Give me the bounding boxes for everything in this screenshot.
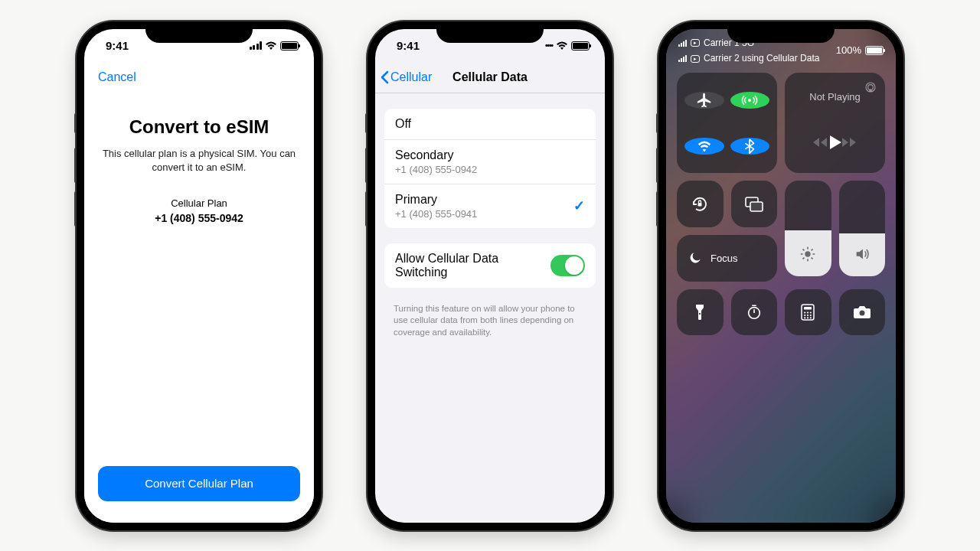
svg-point-21: [804, 311, 805, 313]
svg-point-28: [807, 317, 808, 318]
wifi-button[interactable]: [684, 138, 724, 155]
convert-plan-button[interactable]: Convert Cellular Plan: [98, 466, 300, 501]
plan-option-primary[interactable]: Primary +1 (408) 555-0941 ✓: [384, 184, 596, 228]
svg-line-14: [812, 249, 813, 251]
phone-mockup-3: ▸ Carrier 1 5G ▸ Carrier 2 using Cellula…: [658, 21, 903, 530]
svg-line-13: [803, 258, 805, 259]
data-plan-list: Off Secondary +1 (408) 555-0942 Primary …: [384, 109, 596, 228]
svg-point-30: [859, 310, 864, 315]
bluetooth-button[interactable]: [730, 138, 770, 155]
nav-bar: Cellular Cellular Data: [375, 63, 605, 93]
sim-1-icon: ▸: [691, 39, 700, 47]
svg-point-0: [748, 99, 751, 102]
signal-icon: [250, 41, 263, 50]
svg-point-27: [804, 317, 805, 318]
svg-point-24: [804, 315, 805, 316]
page-subtitle: This cellular plan is a physical SIM. Yo…: [98, 147, 300, 174]
plan-option-off[interactable]: Off: [384, 109, 596, 140]
sim-2-icon: ▸: [691, 55, 700, 63]
moon-icon: [688, 250, 703, 266]
volume-icon: [854, 246, 871, 266]
svg-point-23: [810, 311, 812, 313]
cancel-button[interactable]: Cancel: [98, 63, 300, 84]
brightness-slider[interactable]: [785, 181, 831, 276]
status-time: 9:41: [106, 39, 129, 52]
play-button[interactable]: [828, 135, 842, 153]
svg-rect-20: [804, 307, 812, 310]
phone-mockup-1: 9:41 Cancel Convert to eSIM This cellula…: [77, 21, 322, 530]
svg-point-29: [810, 317, 812, 318]
orientation-lock-button[interactable]: [677, 181, 724, 227]
footer-text: Turning this feature on will allow your …: [375, 303, 605, 339]
svg-line-11: [803, 249, 805, 251]
status-time: 9:41: [397, 39, 420, 52]
switch-label: Allow Cellular Data Switching: [395, 252, 550, 279]
svg-rect-3: [698, 203, 702, 207]
svg-point-15: [699, 313, 701, 315]
cellular-data-button[interactable]: [730, 92, 770, 109]
plan-option-secondary[interactable]: Secondary +1 (408) 555-0942: [384, 140, 596, 184]
svg-rect-5: [750, 202, 763, 211]
focus-button[interactable]: Focus: [677, 235, 777, 282]
battery-icon: [571, 41, 590, 51]
back-button[interactable]: Cellular: [380, 70, 432, 84]
page-title: Convert to eSIM: [98, 116, 300, 138]
prev-track-button[interactable]: [813, 136, 828, 152]
svg-point-26: [810, 315, 812, 316]
signal-icon: [678, 55, 687, 62]
control-center-grid: Not Playing: [666, 70, 896, 338]
signal-icon: [678, 40, 687, 47]
battery-icon: [865, 46, 884, 55]
volume-slider[interactable]: [839, 181, 886, 276]
nav-title: Cellular Data: [452, 70, 528, 84]
calculator-button[interactable]: [785, 289, 831, 336]
svg-point-6: [805, 251, 811, 256]
svg-line-12: [812, 258, 813, 259]
data-switching-row: Allow Cellular Data Switching: [384, 243, 596, 288]
connectivity-module[interactable]: [677, 73, 777, 173]
airplane-mode-button[interactable]: [684, 92, 724, 109]
svg-point-16: [748, 308, 760, 319]
phone-mockup-2: 9:41 •••• Cellular Cellular Data Off: [368, 21, 612, 530]
battery-status: 100%: [836, 37, 884, 66]
svg-point-25: [807, 315, 808, 316]
svg-point-22: [807, 311, 808, 313]
next-track-button[interactable]: [842, 136, 858, 152]
switching-group: Allow Cellular Data Switching: [384, 243, 596, 288]
wifi-icon: [556, 41, 568, 51]
media-title: Not Playing: [809, 91, 860, 103]
battery-icon: [280, 41, 299, 51]
plan-phone-number: +1 (408) 555-0942: [98, 212, 300, 224]
chevron-left-icon: [380, 70, 389, 84]
plan-label: Cellular Plan: [98, 197, 300, 209]
dual-signal-icon: ••••: [545, 41, 553, 50]
brightness-icon: [799, 246, 816, 266]
screen-mirroring-button[interactable]: [731, 181, 778, 227]
flashlight-button[interactable]: [677, 289, 724, 336]
timer-button[interactable]: [731, 289, 778, 336]
wifi-icon: [265, 41, 277, 51]
data-switching-toggle[interactable]: [550, 255, 585, 276]
carrier-2-status: ▸ Carrier 2 using Cellular Data: [678, 52, 819, 65]
camera-button[interactable]: [839, 289, 886, 336]
airplay-icon[interactable]: [864, 80, 877, 94]
checkmark-icon: ✓: [573, 197, 585, 214]
media-module[interactable]: Not Playing: [785, 73, 885, 173]
focus-label: Focus: [710, 253, 737, 264]
back-label: Cellular: [390, 70, 432, 84]
